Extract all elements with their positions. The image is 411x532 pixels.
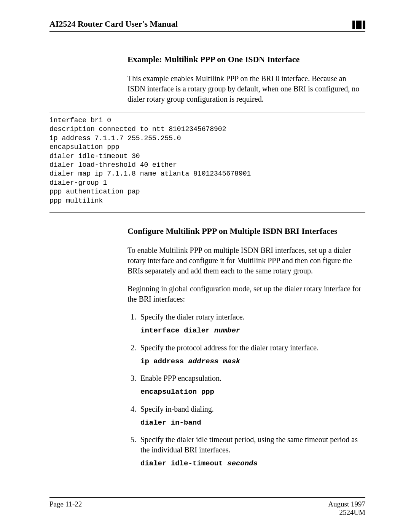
section-configure: Configure Multilink PPP on Multiple ISDN…: [127, 226, 365, 469]
page: AI2524 Router Card User's Manual Example…: [0, 0, 411, 532]
divider: [49, 212, 365, 212]
code-block: interface bri 0 description connected to…: [49, 116, 365, 205]
command: ip address address mask: [140, 357, 365, 367]
command: dialer idle-timeout seconds: [140, 459, 365, 469]
command-arg: number: [214, 326, 240, 335]
section-heading: Configure Multilink PPP on Multiple ISDN…: [127, 226, 365, 236]
footer-date: August 1997: [328, 500, 365, 508]
command-arg: seconds: [227, 459, 258, 468]
step-text: Specify the dialer idle timeout period, …: [140, 435, 358, 454]
command: interface dialer number: [140, 326, 365, 336]
list-item: Specify in-band dialing. dialer in-band: [138, 404, 365, 428]
section-paragraph: To enable Multilink PPP on multiple ISDN…: [127, 245, 365, 276]
command-arg: address mask: [188, 357, 240, 366]
footer-page: Page 11-22: [49, 500, 82, 517]
header-title: AI2524 Router Card User's Manual: [49, 19, 178, 29]
step-text: Enable PPP encapsulation.: [140, 374, 221, 382]
list-item: Enable PPP encapsulation. encapsulation …: [138, 373, 365, 397]
step-text: Specify in-band dialing.: [140, 405, 214, 413]
command: dialer in-band: [140, 418, 365, 428]
command-keyword: dialer idle-timeout: [140, 459, 227, 468]
list-item: Specify the dialer rotary interface. int…: [138, 312, 365, 336]
command-keyword: interface dialer: [140, 326, 214, 335]
command-keyword: ip address: [140, 357, 188, 366]
footer-right: August 1997 2524UM: [328, 500, 365, 517]
list-item: Specify the dialer idle timeout period, …: [138, 435, 365, 469]
section-heading: Example: Multilink PPP on One ISDN Inter…: [127, 54, 365, 64]
steps-list: Specify the dialer rotary interface. int…: [127, 312, 365, 469]
command-keyword: encapsulation ppp: [140, 388, 214, 396]
command: encapsulation ppp: [140, 387, 365, 397]
divider: [49, 112, 365, 112]
brand-logo-icon: [352, 21, 365, 29]
section-paragraph: This example enables Multilink PPP on th…: [127, 73, 365, 104]
footer-doc: 2524UM: [328, 508, 365, 517]
command-keyword: dialer in-band: [140, 419, 201, 427]
page-header: AI2524 Router Card User's Manual: [49, 19, 365, 32]
step-text: Specify the protocol address for the dia…: [140, 343, 319, 352]
list-item: Specify the protocol address for the dia…: [138, 343, 365, 367]
section-paragraph: Beginning in global configuration mode, …: [127, 284, 365, 304]
page-footer: Page 11-22 August 1997 2524UM: [49, 497, 365, 517]
step-text: Specify the dialer rotary interface.: [140, 313, 245, 321]
section-example: Example: Multilink PPP on One ISDN Inter…: [127, 54, 365, 104]
